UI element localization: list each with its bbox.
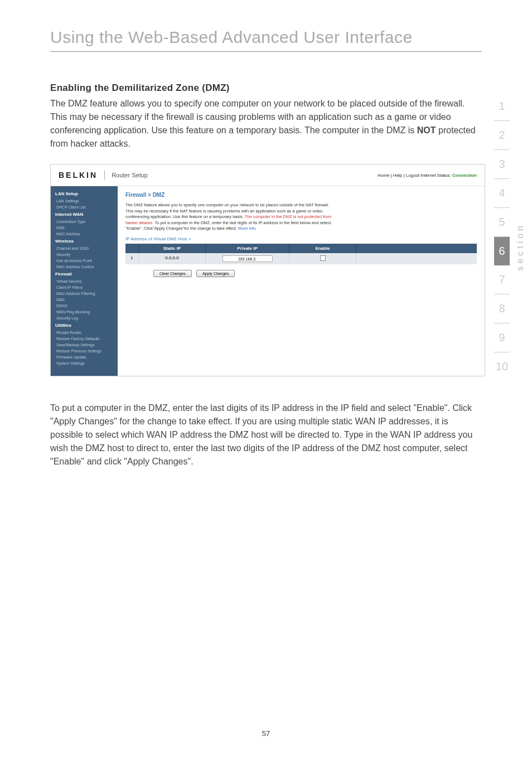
th-enable: Enable: [289, 244, 356, 253]
nav-security[interactable]: Security: [51, 251, 118, 258]
side-nav-2[interactable]: 2: [494, 121, 510, 150]
ss-header-right: Home | Help | Logout Internet Status: Co…: [378, 173, 477, 178]
nav-channel-ssid[interactable]: Channel and SSID: [51, 245, 118, 251]
intro-paragraph: The DMZ feature allows you to specify on…: [50, 97, 482, 151]
ss-header-links[interactable]: Home | Help | Logout Internet Status:: [378, 173, 452, 178]
nav-security-log[interactable]: Security Log: [51, 315, 118, 321]
section-label: section: [515, 223, 525, 271]
th-blank: [125, 244, 139, 253]
side-nav-10[interactable]: 10: [494, 352, 510, 381]
side-nav-9[interactable]: 9: [494, 323, 510, 352]
nav-firmware-update[interactable]: Firmware Update: [51, 354, 118, 360]
ss-status: Connection: [452, 173, 477, 178]
td-num: 1: [125, 253, 139, 264]
nav-mac-address[interactable]: MAC Address: [51, 231, 118, 237]
nav-wan-ping[interactable]: WAN Ping Blocking: [51, 309, 118, 315]
enable-checkbox[interactable]: [320, 255, 326, 261]
nav-access-point[interactable]: Use as Access Point: [51, 258, 118, 264]
nav-mac-filtering[interactable]: MAC Address Filtering: [51, 291, 118, 297]
title-underline: [50, 51, 482, 52]
ss-table: Static IP Private IP Enable 1 0.0.0.0 19…: [125, 244, 477, 264]
side-nav-4[interactable]: 4: [494, 179, 510, 208]
apply-changes-button[interactable]: Apply Changes: [196, 270, 235, 277]
nav-ddns[interactable]: DDNS: [51, 303, 118, 309]
side-nav-8[interactable]: 8: [494, 294, 510, 323]
ss-description: The DMZ feature allows you to specify on…: [125, 202, 337, 232]
ss-sidebar: LAN Setup LAN Settings DHCP Client List …: [51, 186, 118, 376]
page-number: 57: [262, 729, 270, 738]
ss-header-divider: [104, 170, 105, 180]
nav-virtual-servers[interactable]: Virtual Servers: [51, 278, 118, 284]
nav-connection-type[interactable]: Connection Type: [51, 219, 118, 225]
nav-dns[interactable]: DNS: [51, 225, 118, 231]
th-static-ip: Static IP: [139, 244, 206, 253]
nav-firewall[interactable]: Firewall: [51, 270, 118, 278]
nav-system-settings[interactable]: System Settings: [51, 360, 118, 366]
th-private-ip: Private IP: [206, 244, 289, 253]
nav-dhcp-client[interactable]: DHCP Client List: [51, 204, 118, 210]
nav-client-ip-filters[interactable]: Client IP Filters: [51, 284, 118, 291]
nav-utilities[interactable]: Utilities: [51, 321, 118, 330]
section-heading: Enabling the Demilitarized Zone (DMZ): [50, 83, 482, 94]
side-nav-1[interactable]: 1: [494, 92, 510, 121]
td-private: 192.168.2.: [206, 253, 289, 264]
ss-desc-line2: To put a computer in the DMZ, enter the …: [125, 220, 331, 231]
clear-changes-button[interactable]: Clear Changes: [153, 270, 192, 277]
nav-restart[interactable]: Restart Router: [51, 330, 118, 336]
ss-logo: BELKIN: [59, 171, 98, 180]
ss-breadcrumb: Firewall > DMZ: [125, 192, 477, 198]
intro-bold: NOT: [417, 125, 436, 135]
ss-subtitle: Router Setup: [112, 172, 148, 178]
side-nav-7[interactable]: 7: [494, 265, 510, 294]
nav-restore-defaults[interactable]: Restore Factory Defaults: [51, 336, 118, 342]
nav-lan-settings[interactable]: LAN Settings: [51, 198, 118, 204]
side-navigation: 1 2 3 4 5 6 7 8 9 10: [494, 92, 510, 381]
ss-more-info[interactable]: More Info: [238, 226, 256, 231]
nav-mac-control[interactable]: MAC Address Control: [51, 264, 118, 270]
router-screenshot: BELKIN Router Setup Home | Help | Logout…: [50, 164, 485, 376]
private-ip-input[interactable]: 192.168.2.: [223, 255, 273, 262]
nav-restore-previous[interactable]: Restore Previous Settings: [51, 348, 118, 354]
ss-header: BELKIN Router Setup Home | Help | Logout…: [51, 164, 485, 186]
ss-button-row: Clear Changes Apply Changes: [153, 270, 477, 277]
ss-table-row: 1 0.0.0.0 192.168.2.: [125, 253, 477, 264]
td-static: 0.0.0.0: [139, 253, 206, 264]
side-nav-3[interactable]: 3: [494, 150, 510, 179]
nav-lan-setup[interactable]: LAN Setup: [51, 190, 118, 198]
side-nav-5[interactable]: 5: [494, 208, 510, 237]
closing-paragraph: To put a computer in the DMZ, enter the …: [50, 401, 482, 468]
nav-save-backup[interactable]: Save/Backup Settings: [51, 342, 118, 348]
ss-content: Firewall > DMZ The DMZ feature allows yo…: [118, 186, 485, 376]
ss-table-header: Static IP Private IP Enable: [125, 244, 477, 253]
intro-before: The DMZ feature allows you to specify on…: [50, 99, 465, 135]
ss-table-heading: IP Address of Virtual DMZ Host >: [125, 236, 477, 241]
ss-body: LAN Setup LAN Settings DHCP Client List …: [51, 186, 485, 376]
side-nav-6[interactable]: 6: [494, 237, 510, 265]
nav-internet-wan[interactable]: Internet WAN: [51, 210, 118, 219]
nav-dmz[interactable]: DMZ: [51, 297, 118, 303]
page-title: Using the Web-Based Advanced User Interf…: [50, 28, 482, 47]
nav-wireless[interactable]: Wireless: [51, 237, 118, 245]
td-enable: [289, 253, 356, 264]
